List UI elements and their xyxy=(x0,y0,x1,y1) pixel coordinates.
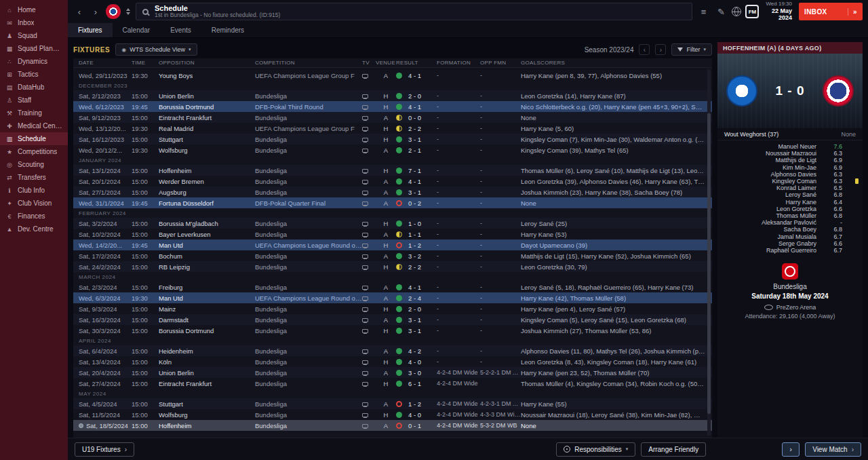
fixture-row[interactable]: Wed, 6/12/202319:45Borussia DortmundDFB-… xyxy=(73,101,712,112)
sidebar-item-inbox[interactable]: ✉Inbox xyxy=(0,16,68,29)
player-rating-row[interactable]: Aleksandar Pavlović- xyxy=(724,219,859,226)
player-rating-row[interactable]: Alphonso Davies6.3 xyxy=(724,171,859,178)
player-rating-row[interactable]: Harry Kane6.4 xyxy=(724,199,859,206)
column-header-result[interactable]: RESULT xyxy=(396,60,437,66)
fixture-row[interactable]: Wed, 20/12/2...19:30WolfsburgBundesligaA… xyxy=(73,145,712,155)
fixture-row[interactable]: Sat, 9/3/202415:00MainzBundesligaH2 - 0-… xyxy=(73,303,712,314)
player-rating-row[interactable]: Leroy Sané6.8 xyxy=(724,191,859,198)
edit-icon[interactable]: ✎ xyxy=(714,7,728,17)
column-header-tv[interactable]: TV xyxy=(362,60,376,66)
sidebar-item-squad[interactable]: ♟Squad xyxy=(0,29,68,42)
sidebar-item-home[interactable]: ⌂Home xyxy=(0,3,68,16)
forward-button[interactable]: › xyxy=(90,5,102,18)
column-header-opp-fmn[interactable]: OPP FMN xyxy=(480,60,521,66)
fixture-row[interactable]: Sat, 2/12/202315:00Union BerlinBundeslig… xyxy=(73,90,712,101)
player-rating-row[interactable]: Leon Goretzka6.6 xyxy=(724,206,859,212)
sidebar-item-tactics[interactable]: ⊞Tactics xyxy=(0,68,68,81)
fixture-row[interactable]: Wed, 29/11/202319:30Young BoysUEFA Champ… xyxy=(73,70,712,81)
fixture-row[interactable]: Sat, 24/2/202415:00RB LeipzigBundesligaH… xyxy=(73,261,712,272)
fixture-row[interactable]: Sat, 2/3/202415:00FreiburgBundesligaA4 -… xyxy=(73,282,712,292)
sidebar-item-club-info[interactable]: ℹClub Info xyxy=(0,184,68,197)
player-rating-row[interactable]: Thomas Müller6.8 xyxy=(724,212,859,219)
column-header-time[interactable]: TIME xyxy=(132,60,159,66)
fixture-row[interactable]: Sat, 4/5/202415:00StuttgartBundesligaA1 … xyxy=(73,398,712,409)
fixture-row[interactable]: Sat, 27/1/202415:00AugsburgBundesligaA3 … xyxy=(73,187,712,197)
column-header-opposition[interactable]: OPPOSITION xyxy=(159,60,255,66)
sidebar-item-transfers[interactable]: ⇄Transfers xyxy=(0,171,68,184)
player-rating-row[interactable]: Noussair Mazraoui6.3 xyxy=(724,150,859,157)
tab-calendar[interactable]: Calendar xyxy=(113,23,161,37)
fixture-row[interactable]: Wed, 14/2/20...19:45Man UtdUEFA Champion… xyxy=(73,239,712,250)
next-season-button[interactable]: › xyxy=(655,44,666,55)
fixture-row[interactable]: Sat, 11/5/202415:00WolfsburgBundesligaH4… xyxy=(73,409,712,420)
column-header-date[interactable]: DATE xyxy=(79,60,132,66)
player-rating-row[interactable]: Manuel Neuer7.6 xyxy=(724,143,859,150)
filter-dropdown[interactable]: Filter ▾ xyxy=(671,43,712,56)
team-switcher[interactable] xyxy=(125,8,132,15)
sidebar-item-dev-centre[interactable]: ▲Dev. Centre xyxy=(0,223,68,235)
next-button[interactable]: › xyxy=(782,442,800,457)
result-loss-indicator xyxy=(396,242,402,248)
responsibilities-dropdown[interactable]: Responsibilities ▾ xyxy=(556,442,635,457)
back-button[interactable]: ‹ xyxy=(73,5,85,18)
sidebar-item-dynamics[interactable]: ∴Dynamics xyxy=(0,55,68,68)
fixture-row[interactable]: Sat, 27/4/202415:00Eintracht FrankfurtBu… xyxy=(73,378,712,389)
sidebar-item-staff[interactable]: ♙Staff xyxy=(0,94,68,107)
scrollbar-thumb[interactable] xyxy=(707,113,711,414)
sidebar-item-squad-planner[interactable]: ▦Squad Planner xyxy=(0,42,68,55)
fixture-row[interactable]: Wed, 31/1/202419:45Fortuna DüsseldorfDFB… xyxy=(73,197,712,208)
fixture-row[interactable]: Sat, 13/4/202415:00KölnBundesligaH4 - 0-… xyxy=(73,356,712,367)
player-rating-row[interactable]: Jamal Musiala6.7 xyxy=(724,233,859,239)
sidebar-item-competitions[interactable]: ★Competitions xyxy=(0,145,68,158)
fixture-row[interactable]: Sat, 9/12/202315:00Eintracht FrankfurtBu… xyxy=(73,112,712,123)
fixture-row[interactable]: Sat, 30/3/202415:00Borussia DortmundBund… xyxy=(73,325,712,336)
fixture-row[interactable]: Sat, 13/1/202415:00HoffenheimBundesligaH… xyxy=(73,165,712,176)
tab-reminders[interactable]: Reminders xyxy=(201,23,254,37)
sidebar-item-club-vision[interactable]: ✦Club Vision xyxy=(0,197,68,210)
sidebar-item-scouting[interactable]: ◎Scouting xyxy=(0,158,68,171)
fixture-row[interactable]: Wed, 6/3/202419:30Man UtdUEFA Champions … xyxy=(73,292,712,303)
fixture-row[interactable]: Sat, 6/4/202415:00HeidenheimBundesligaA4… xyxy=(73,345,712,356)
fixture-row[interactable]: Sat, 16/12/202315:00StuttgartBundesligaH… xyxy=(73,134,712,145)
player-rating-row[interactable]: Sacha Boey6.8 xyxy=(724,226,859,233)
title-search-bar[interactable]: Schedule 1st in Bundesliga - No fixture … xyxy=(136,3,692,20)
match-panel-header[interactable]: HOFFENHEIM (A) (4 DAYS AGO) xyxy=(717,42,863,54)
view-match-button[interactable]: View Match › xyxy=(805,442,861,457)
player-rating-row[interactable]: Kingsley Coman6.3 xyxy=(724,178,859,185)
fixture-row[interactable]: Sat, 18/5/202415:00HoffenheimBundesligaA… xyxy=(73,420,712,431)
column-header-venue[interactable]: VENUE xyxy=(376,60,396,66)
sidebar-item-schedule[interactable]: ▥Schedule xyxy=(0,132,68,145)
column-header-competition[interactable]: COMPETITION xyxy=(255,60,362,66)
table-scrollbar[interactable] xyxy=(707,69,711,436)
tab-events[interactable]: Events xyxy=(160,23,201,37)
sidebar-item-finances[interactable]: €Finances xyxy=(0,210,68,223)
fixture-row[interactable]: Sat, 20/4/202415:00Union BerlinBundeslig… xyxy=(73,367,712,378)
schedule-view-dropdown[interactable]: ◉ WTS Schedule View ▾ xyxy=(115,43,197,56)
player-rating-row[interactable]: Raphaël Guerreiro6.7 xyxy=(724,247,859,254)
player-rating-row[interactable]: Serge Gnabry6.6 xyxy=(724,240,859,247)
fm-logo[interactable]: FM xyxy=(745,5,759,18)
column-header-goalscorers[interactable]: GOALSCORERS xyxy=(521,60,705,66)
sidebar-item-training[interactable]: ⚒Training xyxy=(0,107,68,119)
player-rating-row[interactable]: Matthijs de Ligt6.9 xyxy=(724,157,859,164)
fixture-opposition: Borussia Dortmund xyxy=(159,327,255,334)
tab-fixtures[interactable]: Fixtures xyxy=(68,23,113,37)
player-rating-row[interactable]: Konrad Laimer6.5 xyxy=(724,185,859,191)
prev-season-button[interactable]: ‹ xyxy=(639,44,650,55)
globe-icon[interactable] xyxy=(732,7,741,16)
bayern-crest[interactable] xyxy=(106,4,121,19)
fixture-row[interactable]: Sat, 20/1/202415:00Werder BremenBundesli… xyxy=(73,176,712,187)
fixture-row[interactable]: Wed, 13/12/20...19:30Real MadridUEFA Cha… xyxy=(73,123,712,134)
arrange-friendly-button[interactable]: Arrange Friendly xyxy=(641,442,706,457)
player-rating-row[interactable]: Kim Min-Jae6.9 xyxy=(724,164,859,171)
fixture-row[interactable]: Sat, 3/2/202415:00Borussia M'gladbachBun… xyxy=(73,218,712,229)
sidebar-item-medical-centre[interactable]: ✚Medical Centre xyxy=(0,119,68,132)
sidebar-item-datahub[interactable]: ▤DataHub xyxy=(0,81,68,94)
fixture-row[interactable]: Sat, 10/2/202415:00Bayer LeverkusenBunde… xyxy=(73,229,712,239)
fixture-row[interactable]: Sat, 16/3/202415:00DarmstadtBundesligaA3… xyxy=(73,314,712,325)
column-header-formation[interactable]: FORMATION xyxy=(437,60,480,66)
menu-icon[interactable]: ≡ xyxy=(696,7,710,17)
u19-fixtures-button[interactable]: U19 Fixtures › xyxy=(75,442,134,457)
inbox-button[interactable]: INBOX » xyxy=(799,3,863,20)
fixture-row[interactable]: Sat, 17/2/202415:00BochumBundesligaA3 - … xyxy=(73,250,712,261)
